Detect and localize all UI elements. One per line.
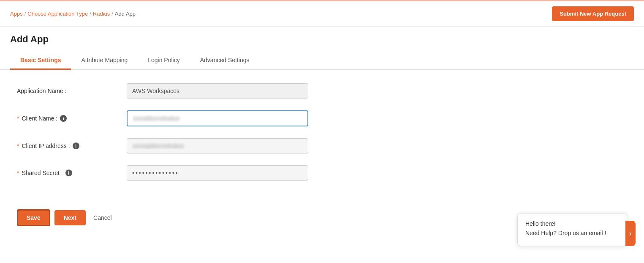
app-name-input[interactable] (127, 83, 308, 99)
client-name-label: * Client Name : i (17, 115, 127, 122)
submit-new-app-button[interactable]: Submit New App Request (552, 6, 634, 21)
client-name-input[interactable] (127, 110, 308, 126)
chat-widget: Hello there! Need Help? Drop us an email… (517, 213, 627, 230)
breadcrumb-current: Add App (115, 11, 136, 17)
form-row-app-name: Application Name : (17, 83, 448, 99)
client-ip-label: * Client IP address : i (17, 142, 127, 149)
form-row-client-ip: * Client IP address : i (17, 138, 448, 153)
chat-arrow-icon: › (629, 229, 632, 230)
form-row-client-name: * Client Name : i (17, 110, 448, 126)
tab-login-policy[interactable]: Login Policy (138, 52, 190, 70)
form-row-shared-secret: * Shared Secret : i (17, 165, 448, 181)
breadcrumb: Apps / Choose Application Type / Radius … (10, 11, 136, 17)
cancel-button[interactable]: Cancel (90, 210, 115, 225)
top-bar: Apps / Choose Application Type / Radius … (0, 1, 644, 27)
next-button[interactable]: Next (54, 210, 86, 225)
app-name-label: Application Name : (17, 88, 127, 94)
shared-secret-info-icon[interactable]: i (65, 170, 72, 176)
breadcrumb-sep3: / (111, 11, 113, 17)
breadcrumb-choose-type[interactable]: Choose Application Type (27, 11, 88, 17)
client-ip-input[interactable] (127, 138, 308, 153)
breadcrumb-sep2: / (90, 11, 91, 17)
tabs-container: Basic Settings Attribute Mapping Login P… (0, 52, 644, 70)
chat-toggle-button[interactable]: › (625, 221, 636, 230)
page-title: Add App (0, 27, 644, 48)
breadcrumb-sep1: / (24, 11, 26, 17)
chat-line1: Hello there! (525, 220, 619, 227)
tab-advanced-settings[interactable]: Advanced Settings (190, 52, 260, 70)
client-name-info-icon[interactable]: i (60, 115, 67, 122)
form-section: Application Name : * Client Name : i * C… (0, 70, 465, 206)
tab-basic-settings[interactable]: Basic Settings (10, 52, 71, 70)
shared-secret-label: * Shared Secret : i (17, 170, 127, 176)
breadcrumb-apps[interactable]: Apps (10, 11, 23, 17)
breadcrumb-radius[interactable]: Radius (93, 11, 110, 17)
client-ip-info-icon[interactable]: i (73, 142, 79, 149)
tab-attribute-mapping[interactable]: Attribute Mapping (71, 52, 138, 70)
shared-secret-input[interactable] (127, 165, 308, 181)
save-button[interactable]: Save (17, 209, 50, 226)
